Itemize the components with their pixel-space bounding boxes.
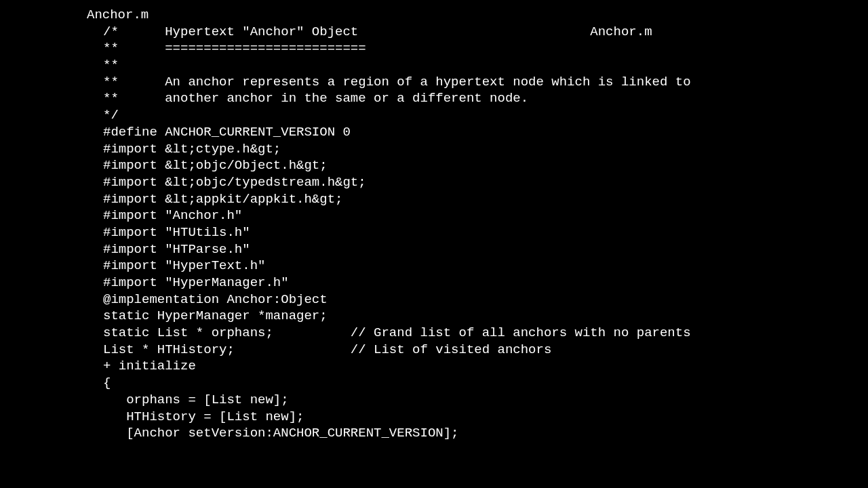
code-line: ** An anchor represents a region of a hy… [103, 74, 868, 91]
code-line: #import &lt;objc/typedstream.h&gt; [103, 174, 868, 191]
code-line: orphans = [List new]; [103, 392, 868, 409]
code-line: static HyperManager *manager; [103, 308, 868, 325]
code-line: #import "HyperManager.h" [103, 274, 868, 291]
code-line: ** another anchor in the same or a diffe… [103, 90, 868, 107]
code-line: HTHistory = [List new]; [103, 409, 868, 426]
code-line: #import &lt;appkit/appkit.h&gt; [103, 191, 868, 208]
code-viewer: Anchor.m /* Hypertext "Anchor" Object An… [87, 7, 868, 442]
code-line: { [103, 375, 868, 392]
code-line: #import "HTUtils.h" [103, 224, 868, 241]
code-line: #import &lt;ctype.h&gt; [103, 141, 868, 158]
code-line: static List * orphans; // Grand list of … [103, 325, 868, 342]
code-line: ** [103, 57, 868, 74]
code-line: #import &lt;objc/Object.h&gt; [103, 157, 868, 174]
code-line: [Anchor setVersion:ANCHOR_CURRENT_VERSIO… [103, 425, 868, 442]
code-line: #define ANCHOR_CURRENT_VERSION 0 [103, 124, 868, 141]
code-line: #import "HyperText.h" [103, 258, 868, 274]
code-line: @implementation Anchor:Object [103, 291, 868, 308]
code-line: List * HTHistory; // List of visited anc… [103, 342, 868, 359]
code-line: #import "Anchor.h" [103, 207, 868, 224]
code-line: ** ========================== [103, 40, 868, 57]
code-line: */ [103, 107, 868, 124]
file-title: Anchor.m [87, 7, 868, 24]
code-line: /* Hypertext "Anchor" Object Anchor.m [103, 24, 868, 41]
code-line: #import "HTParse.h" [103, 241, 868, 258]
code-line: + initialize [103, 358, 868, 375]
